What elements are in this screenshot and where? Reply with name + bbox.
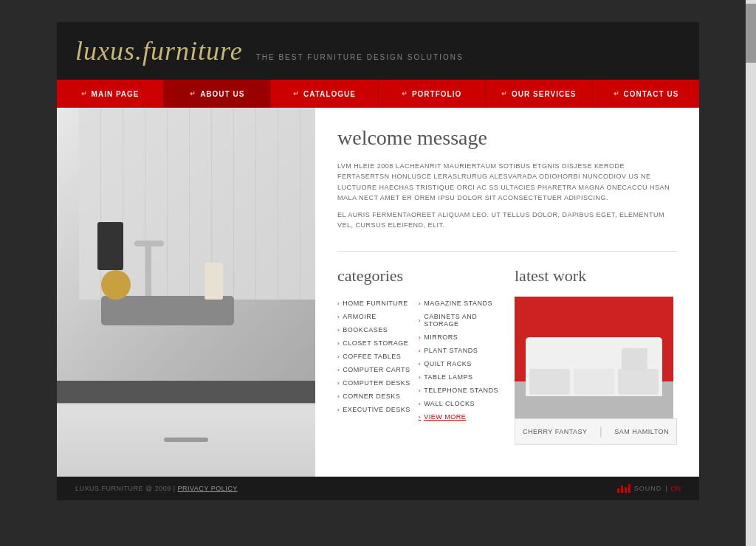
privacy-policy-link[interactable]: PRIVACY POLICY <box>178 485 238 492</box>
cat-item-magazine-stands[interactable]: › MAGAZINE STANDS <box>419 297 500 310</box>
cat-arrow: › <box>419 401 421 407</box>
caption-divider: | <box>599 425 602 438</box>
scrollbar[interactable] <box>746 0 756 546</box>
nav-about-us[interactable]: ↵ ABOUT US <box>164 80 271 108</box>
counter-top <box>57 381 315 403</box>
cat-item-mirrors[interactable]: › MIRRORS <box>419 331 500 344</box>
cat-label: EXECUTIVE DESKS <box>343 406 410 413</box>
caption-left: CHERRY FANTASY <box>523 428 588 435</box>
cat-item-closet-storage[interactable]: › CLOSET STORAGE <box>337 336 419 350</box>
nav-label: CONTACT US <box>624 90 679 98</box>
cat-label: CORNER DESKS <box>343 393 400 400</box>
cat-item-wall-clocks[interactable]: › WALL CLOCKS <box>419 397 500 410</box>
right-content: welcome message LVM HLEIE 2008 LACHEANRI… <box>315 108 699 477</box>
sink <box>101 296 234 325</box>
cat-label: BOOKCASES <box>343 326 388 334</box>
cat-label: COFFEE TABLES <box>343 353 401 360</box>
welcome-body: LVM HLEIE 2008 LACHEANRIT MAURIERTAUM SO… <box>337 161 677 230</box>
cat-label: VIEW MORE <box>424 413 466 421</box>
cat-arrow: › <box>337 367 340 373</box>
on-label[interactable]: ON <box>671 485 681 492</box>
cat-item-corner-desks[interactable]: › CORNER DESKS <box>337 390 419 403</box>
nav-arrow: ↵ <box>614 90 620 97</box>
cat-label: MAGAZINE STANDS <box>424 300 492 307</box>
cat-arrow: › <box>419 348 421 354</box>
nav-portfolio[interactable]: ↵ PORTFOLIO <box>379 80 486 108</box>
sofa-scene <box>515 297 673 418</box>
bar-3 <box>625 487 627 493</box>
faucet <box>145 241 151 300</box>
sofa-cushion-2 <box>574 369 614 395</box>
counter-bowl <box>101 270 131 300</box>
nav-arrow: ↵ <box>402 90 408 97</box>
cat-label: MIRRORS <box>424 334 458 341</box>
separator: | <box>665 485 667 492</box>
cat-arrow: › <box>419 414 421 421</box>
cat-item-computer-desks[interactable]: › COMPUTER DESKS <box>337 376 419 390</box>
cat-arrow: › <box>337 407 340 413</box>
sofa-cushion-1 <box>529 369 570 395</box>
cat-item-computer-carts[interactable]: › COMPUTER CARTS <box>337 363 419 376</box>
nav: ↵ MAIN PAGE ↵ ABOUT US ↵ CATALOGUE ↵ POR… <box>57 80 699 108</box>
logo: luxus.furniture <box>75 35 243 66</box>
cat-item-coffee-tables[interactable]: › COFFEE TABLES <box>337 350 419 363</box>
cat-arrow: › <box>337 327 340 334</box>
cat-arrow: › <box>419 361 421 367</box>
sofa-cushion-3 <box>618 369 659 395</box>
knife-block <box>97 222 123 270</box>
nav-catalogue[interactable]: ↵ CATALOGUE <box>271 80 378 108</box>
cat-label: HOME FURNITURE <box>343 300 408 307</box>
nav-main-page[interactable]: ↵ MAIN PAGE <box>57 80 164 108</box>
cat-item-cabinets-storage[interactable]: › CABINETS AND STORAGE <box>419 310 500 331</box>
welcome-title: welcome message <box>337 126 677 150</box>
cat-arrow: › <box>337 340 340 347</box>
nav-arrow: ↵ <box>293 90 300 97</box>
footer-left: LUXUS.FURNITURE @ 2009 | PRIVACY POLICY <box>75 485 238 492</box>
bar-4 <box>628 484 630 493</box>
tagline: THE BEST FURNITURE DESIGN SOLUTIONS <box>256 53 464 61</box>
scrollbar-thumb[interactable] <box>746 4 756 63</box>
cat-label: CABINETS AND STORAGE <box>424 313 500 328</box>
cat-arrow: › <box>337 393 340 400</box>
copyright-text: LUXUS.FURNITURE @ 2009 | <box>75 485 176 492</box>
cat-item-table-lamps[interactable]: › TABLE LAMPS <box>419 370 500 384</box>
cat-arrow: › <box>419 374 421 381</box>
sofa-object <box>622 348 647 370</box>
nav-label: PORTFOLIO <box>412 90 461 98</box>
work-image-container: CHERRY FANTASY | SAM HAMILTON <box>515 297 677 445</box>
cat-arrow: › <box>419 300 421 307</box>
nav-contact-us[interactable]: ↵ CONTACT US <box>593 80 699 108</box>
cat-item-armoire[interactable]: › ARMOIRE <box>337 310 419 323</box>
nav-arrow: ↵ <box>501 90 508 97</box>
sound-label: SOUND <box>634 485 662 492</box>
cat-label: COMPUTER CARTS <box>343 366 410 373</box>
cabinet-handle <box>164 438 208 442</box>
cat-item-view-more[interactable]: › VIEW MORE <box>419 410 500 424</box>
nav-our-services[interactable]: ↵ OUR SERVICES <box>486 80 593 108</box>
cat-arrow: › <box>337 300 340 307</box>
cat-arrow: › <box>337 380 340 387</box>
latest-work-panel: latest work CHER <box>515 266 677 445</box>
nav-label: MAIN PAGE <box>92 90 140 98</box>
cat-item-bookcases[interactable]: › BOOKCASES <box>337 323 419 336</box>
welcome-para-2: EL AURIS FERMENTAOREET ALIQUAM LEO. UT T… <box>337 210 677 231</box>
footer-right: SOUND | ON <box>617 484 681 493</box>
cat-item-home-furniture[interactable]: › HOME FURNITURE <box>337 297 419 310</box>
bar-1 <box>617 488 619 493</box>
cat-col-right: › MAGAZINE STANDS › CABINETS AND STORAGE… <box>419 297 500 424</box>
latest-work-title: latest work <box>515 266 677 286</box>
cat-arrow: › <box>419 317 421 324</box>
categories-panel: categories › HOME FURNITURE › ARMOIRE <box>337 266 500 445</box>
cat-arrow: › <box>337 353 340 360</box>
lower-section: categories › HOME FURNITURE › ARMOIRE <box>337 266 677 445</box>
kitchen-image <box>57 108 315 477</box>
cat-arrow: › <box>337 314 340 320</box>
bar-2 <box>621 485 623 493</box>
cat-item-quilt-racks[interactable]: › QUILT RACKS <box>419 357 500 370</box>
nav-label: ABOUT US <box>200 90 244 98</box>
cat-item-telephone-stands[interactable]: › TELEPHONE STANDS <box>419 384 500 397</box>
cat-item-executive-desks[interactable]: › EXECUTIVE DESKS <box>337 403 419 416</box>
cat-arrow: › <box>419 334 421 341</box>
cabinet-lower <box>57 403 315 477</box>
cat-item-plant-stands[interactable]: › PLANT STANDS <box>419 344 500 357</box>
